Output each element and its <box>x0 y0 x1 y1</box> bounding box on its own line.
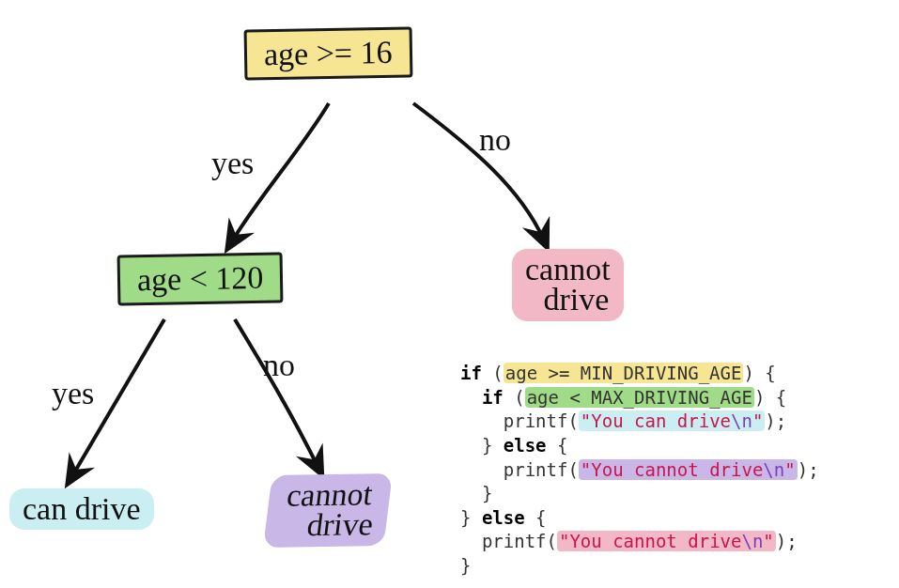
leaf-line2: drive <box>277 506 376 543</box>
edge-label-root-no: no <box>479 122 511 158</box>
code-cond2: age < MAX_DRIVING_AGE <box>525 387 754 408</box>
kw-if: if <box>460 363 482 383</box>
decision-node-age-ge-16: age >= 16 <box>244 28 412 79</box>
kw-else: else <box>504 435 547 456</box>
leaf-cannot-drive-right: cannot drive <box>512 249 624 321</box>
leaf-line2: drive <box>526 282 609 317</box>
kw-else: else <box>482 507 525 528</box>
edge-label-check2-no: no <box>263 348 295 383</box>
code-printf: printf <box>504 410 568 431</box>
leaf-can-drive: can drive <box>9 488 154 530</box>
node-label: age < 120 <box>117 252 284 305</box>
code-printf: printf <box>504 459 568 480</box>
code-printf: printf <box>482 531 547 551</box>
kw-if: if <box>482 387 504 408</box>
code-cond1: age >= MIN_DRIVING_AGE <box>504 363 744 383</box>
leaf-cannot-drive-left: cannot drive <box>263 473 393 548</box>
edge-label-root-yes: yes <box>211 146 254 181</box>
node-label: age >= 16 <box>244 26 412 80</box>
edge-label-check2-yes: yes <box>52 376 94 411</box>
code-snippet: if (age >= MIN_DRIVING_AGE) { if (age < … <box>460 362 819 579</box>
decision-node-age-lt-120: age < 120 <box>117 254 283 304</box>
